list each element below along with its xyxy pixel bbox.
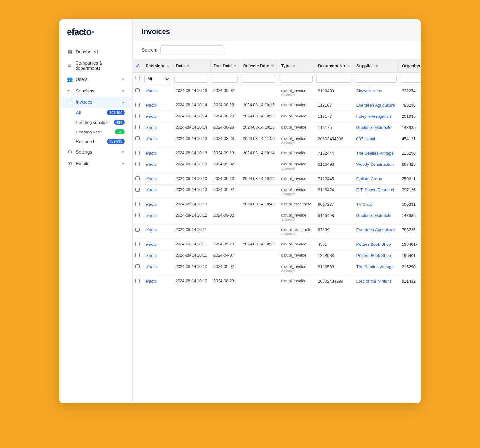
date-cell: 2024-08-14 10:14	[172, 100, 211, 111]
sidebar-item-emails[interactable]: ✉ Emails ▼	[59, 158, 132, 169]
app-window: efacto▸ ▦ Dashboard ▤ Companies & depart…	[59, 19, 421, 403]
supplier-link[interactable]: Potters Book Shop	[356, 242, 391, 247]
supplier-link[interactable]: Lord of the Minions	[356, 279, 392, 284]
date-cell: 2024-08-14 10:14	[172, 122, 211, 133]
recipient-link[interactable]: efacto	[146, 176, 157, 181]
recipient-link[interactable]: efacto	[146, 114, 157, 119]
col-document-no[interactable]: Document No ⇅	[315, 59, 353, 73]
organisation-cell: 332254-	[399, 85, 421, 100]
row-checkbox[interactable]	[135, 264, 140, 268]
sidebar-item-companies[interactable]: ▤ Companies & departments	[59, 58, 132, 74]
type-cell: oioubl_creditnote Scanned	[278, 225, 315, 239]
recipient-link[interactable]: efacto	[146, 188, 157, 192]
row-checkbox[interactable]	[135, 88, 140, 92]
recipient-link[interactable]: efacto	[146, 213, 157, 218]
filter-supplier[interactable]	[355, 75, 396, 83]
filter-doc-no[interactable]	[316, 75, 351, 83]
supplier-link[interactable]: TV Shop	[356, 202, 372, 207]
sidebar-subitem-pending-supplier[interactable]: Pending supplier 426	[59, 117, 132, 127]
supplier-link[interactable]: Gladiator Materials	[356, 213, 391, 218]
doc-no-cell: 6116430	[315, 85, 353, 100]
row-checkbox[interactable]	[135, 136, 140, 140]
sidebar-item-users[interactable]: 👥 Users ▼	[59, 74, 132, 85]
table-row: efacto 2024-08-14 10:14 2024-08-28 2024-…	[133, 111, 421, 122]
recipient-link[interactable]: efacto	[146, 228, 157, 232]
table-row: efacto 2024-08-14 10:12 2024-09-02 oioub…	[133, 210, 421, 225]
search-input[interactable]	[160, 45, 224, 54]
recipient-link[interactable]: efacto	[146, 125, 157, 130]
filter-date[interactable]	[174, 75, 209, 83]
table-row: efacto 2024-08-14 10:13 2024-09-13 2024-…	[133, 148, 421, 159]
check-all-icon[interactable]: ✓	[135, 63, 140, 69]
row-checkbox[interactable]	[135, 279, 140, 283]
filter-check[interactable]	[135, 76, 140, 80]
recipient-link[interactable]: efacto	[146, 88, 157, 93]
sidebar-item-dashboard[interactable]: ▦ Dashboard	[59, 46, 132, 58]
doc-no-cell: 1328988	[315, 250, 353, 261]
organisation-cell: 143985	[399, 210, 421, 225]
sidebar-item-invoices[interactable]: 📄 Invoices ▲	[59, 96, 132, 108]
release-date-cell: 2024-08-14 10:12	[240, 239, 278, 250]
row-checkbox[interactable]	[135, 253, 140, 257]
col-date[interactable]: Date ⇅	[172, 59, 211, 73]
recipient-link[interactable]: efacto	[146, 279, 157, 284]
sidebar-subitem-pending-user[interactable]: Pending user 3	[59, 127, 132, 137]
supplier-link[interactable]: Gollum Group	[356, 176, 382, 181]
filter-all-select[interactable]: All	[144, 75, 170, 83]
supplier-link[interactable]: The Beatles Vintage	[356, 264, 394, 269]
supplier-link[interactable]: Foley Investigation	[356, 114, 391, 119]
filter-release-date[interactable]	[242, 75, 276, 83]
recipient-link[interactable]: efacto	[146, 162, 157, 167]
supplier-link[interactable]: Everdeen Agriculture	[356, 228, 395, 232]
row-checkbox[interactable]	[135, 202, 140, 206]
row-checkbox[interactable]	[135, 125, 140, 129]
release-date-cell: 2024-08-14 11:00	[240, 133, 278, 148]
supplier-link[interactable]: Everdeen Agriculture	[356, 103, 395, 108]
table-row: efacto 2024-08-14 10:11 2024-09-13 2024-…	[133, 239, 421, 250]
supplier-link[interactable]: Potters Book Shop	[356, 253, 391, 258]
col-recipient[interactable]: Recipient ⇅	[142, 59, 172, 73]
sidebar-item-settings[interactable]: ⚙ Settings ▼	[59, 146, 132, 158]
row-checkbox[interactable]	[135, 103, 140, 107]
row-checkbox[interactable]	[135, 213, 140, 217]
row-checkbox[interactable]	[135, 162, 140, 166]
supplier-link[interactable]: Woody Construction	[356, 162, 394, 167]
col-due-date[interactable]: Due Date ⇅	[210, 59, 240, 73]
supplier-link[interactable]: Gladiator Materials	[356, 125, 391, 130]
filter-type[interactable]	[280, 75, 313, 83]
row-checkbox[interactable]	[135, 151, 140, 155]
col-supplier[interactable]: Supplier ⇅	[353, 59, 398, 73]
col-type[interactable]: Type ⇅	[278, 59, 315, 73]
table-row: efacto 2024-08-14 10:13 2024-09-02 oioub…	[133, 185, 421, 199]
row-checkbox[interactable]	[135, 242, 140, 246]
recipient-link[interactable]: efacto	[146, 202, 157, 207]
date-cell: 2024-08-14 10:13	[172, 159, 211, 173]
check-all-header[interactable]: ✓	[133, 59, 142, 73]
type-cell: oioubl_invoice	[278, 122, 315, 133]
recipient-link[interactable]: efacto	[146, 264, 157, 269]
sidebar-item-suppliers[interactable]: 🏷 Suppliers ▼	[59, 85, 132, 96]
sidebar-subitem-released[interactable]: Released 889.898	[59, 137, 132, 146]
row-checkbox[interactable]	[135, 228, 140, 232]
recipient-link[interactable]: efacto	[146, 151, 157, 156]
companies-icon: ▤	[67, 63, 72, 68]
filter-due-date[interactable]	[212, 75, 238, 83]
type-cell: oioubl_creditnote	[278, 199, 315, 210]
sidebar-subitem-all[interactable]: All 895.190	[59, 108, 132, 117]
recipient-link[interactable]: efacto	[146, 253, 157, 258]
released-badge: 889.898	[107, 139, 125, 144]
row-checkbox[interactable]	[135, 176, 140, 180]
recipient-link[interactable]: efacto	[146, 136, 157, 141]
supplier-link[interactable]: The Beatles Vintage	[356, 151, 394, 156]
supplier-link[interactable]: 007 Health	[356, 136, 376, 141]
recipient-link[interactable]: efacto	[146, 103, 157, 108]
row-checkbox[interactable]	[135, 188, 140, 192]
filter-organisation[interactable]	[401, 75, 421, 83]
recipient-link[interactable]: efacto	[146, 242, 157, 247]
supplier-link[interactable]: E.T. Space Research	[356, 188, 395, 192]
row-checkbox[interactable]	[135, 114, 140, 118]
col-release-date[interactable]: Release Date ⇅	[240, 59, 278, 73]
date-cell: 2024-08-14 10:13	[172, 133, 211, 148]
supplier-link[interactable]: Skywalker Inc.	[356, 88, 383, 93]
users-icon: 👥	[67, 76, 73, 82]
